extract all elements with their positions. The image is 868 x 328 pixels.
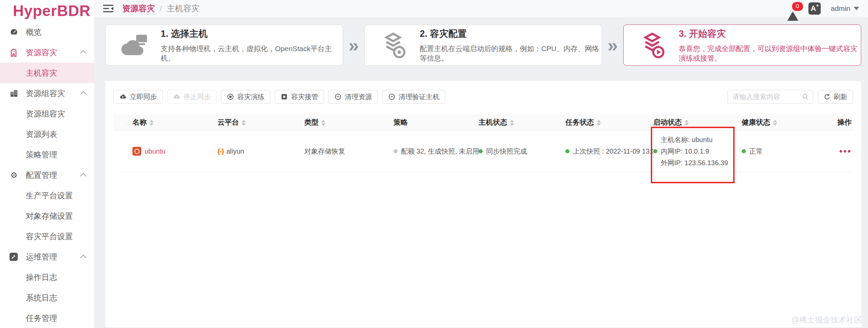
sidebar-item-task-management[interactable]: 任务管理 <box>0 308 94 328</box>
sidebar-item-label: 资源列表 <box>26 129 85 140</box>
host-dr-panel: 立即同步 停止同步 容灾演练 容灾接管 清理资源 清理验证主机 <box>105 81 861 327</box>
cloud-host-icon <box>118 33 151 57</box>
sidebar-item-label: 任务管理 <box>26 313 85 324</box>
breadcrumb-parent[interactable]: 资源容灾 <box>122 3 155 14</box>
watermark: @稀土掘金技术社区 <box>791 315 862 325</box>
buildings-icon <box>10 89 20 98</box>
sidebar-item-production-platform[interactable]: 生产平台设置 <box>0 185 94 206</box>
sidebar-item-label: 资源组容灾 <box>26 88 81 99</box>
step-arrow-icon: » <box>608 35 618 56</box>
sort-icon[interactable] <box>597 120 601 126</box>
sidebar-item-dr-platform[interactable]: 容灾平台设置 <box>0 226 94 247</box>
sidebar-item-label: 运维管理 <box>26 252 81 262</box>
building-icon <box>10 48 20 57</box>
status-dot-gray <box>393 149 398 153</box>
sidebar-item-resource-dr[interactable]: 资源容灾 <box>0 42 94 63</box>
sidebar-item-object-storage[interactable]: 对象存储设置 <box>0 206 94 226</box>
col-name[interactable]: 名称 <box>132 118 218 127</box>
sidebar-item-host-dr[interactable]: 主机容灾 <box>0 63 94 83</box>
col-label: 主机状态 <box>479 118 507 126</box>
select-all-checkbox-cell <box>113 118 132 126</box>
sync-now-button[interactable]: 立即同步 <box>113 90 163 104</box>
caret-down-icon <box>854 7 859 10</box>
wrench-icon <box>10 253 20 261</box>
stop-sync-button[interactable]: 停止同步 <box>167 90 216 104</box>
sidebar-item-label: 资源容灾 <box>26 47 81 58</box>
sidebar-item-label: 策略管理 <box>26 150 85 160</box>
toolbar: 立即同步 停止同步 容灾演练 容灾接管 清理资源 清理验证主机 <box>113 90 853 104</box>
col-label: 操作 <box>837 118 852 126</box>
sidebar-item-operation-logs[interactable]: 操作日志 <box>0 267 94 287</box>
minus-circle-icon <box>334 93 342 100</box>
host-name-link[interactable]: ubuntu <box>145 147 165 155</box>
search-icon[interactable] <box>802 93 809 100</box>
col-cloud[interactable]: 云平台 <box>218 118 304 127</box>
sidebar-item-system-logs[interactable]: 系统日志 <box>0 287 94 308</box>
button-label: 容灾演练 <box>237 92 264 101</box>
row-actions-menu[interactable]: ••• <box>839 146 852 156</box>
sort-icon[interactable] <box>321 120 325 126</box>
menu-fold-icon[interactable] <box>103 4 113 13</box>
sidebar-item-resource-list[interactable]: 资源列表 <box>0 124 94 144</box>
breadcrumb-separator: / <box>160 4 162 13</box>
clean-resources-button[interactable]: 清理资源 <box>328 90 378 104</box>
steps-row: 1. 选择主机 支持各种物理机，云主机，虚拟化，OpenStack平台主机。 »… <box>94 17 868 66</box>
sidebar-item-config-management[interactable]: 配置管理 <box>0 165 94 185</box>
translate-icon[interactable]: A <box>808 2 821 15</box>
chevron-up-icon <box>80 173 86 179</box>
step-card-select-host: 1. 选择主机 支持各种物理机，云主机，虚拟化，OpenStack平台主机。 <box>105 25 343 66</box>
ubuntu-os-icon <box>132 147 141 156</box>
sort-icon[interactable] <box>510 120 514 126</box>
step-title: 3. 开始容灾 <box>679 28 861 40</box>
cloud-sync-icon <box>119 93 127 100</box>
clean-verify-host-button[interactable]: 清理验证主机 <box>382 90 445 104</box>
sort-icon[interactable] <box>242 120 246 126</box>
user-menu[interactable]: admin <box>831 4 859 13</box>
search-input[interactable] <box>732 93 802 101</box>
status-dot-green <box>479 149 483 153</box>
breadcrumb: 资源容灾 / 主机容灾 <box>122 3 199 14</box>
step-desc: 恭喜您，完成全部配置，可以到资源组中体验一键式容灾演练或接管。 <box>679 44 861 63</box>
sidebar-item-label: 资源组容灾 <box>26 109 85 119</box>
col-task-status[interactable]: 任务状态 <box>565 118 653 127</box>
sidebar-item-label: 生产平台设置 <box>26 190 85 201</box>
button-label: 容灾接管 <box>291 92 318 101</box>
dr-drill-button[interactable]: 容灾演练 <box>221 90 270 104</box>
topbar-right: 0 A admin <box>787 2 859 15</box>
boot-private-ip-line: 内网IP: 10.0.1.9 <box>653 145 739 157</box>
col-label: 启动状态 <box>653 118 682 126</box>
cell-boot-status: 主机名称: ubuntu 内网IP: 10.0.1.9 外网IP: 123.56… <box>653 134 742 169</box>
chevron-up-icon <box>80 50 86 56</box>
step-text: 2. 容灾配置 配置主机在云端启动后的规格，例如：CPU、内存、网络等信息。 <box>420 28 602 63</box>
sidebar-item-label: 主机容灾 <box>26 68 85 78</box>
sidebar-item-resource-group-dr-sub[interactable]: 资源组容灾 <box>0 104 94 124</box>
sort-icon[interactable] <box>685 120 689 126</box>
refresh-button[interactable]: 刷新 <box>818 90 853 104</box>
col-label: 任务状态 <box>565 118 594 126</box>
notification-warning-icon[interactable]: 0 <box>787 5 798 12</box>
sidebar-item-overview[interactable]: 概览 <box>0 22 94 42</box>
step-card-dr-config: 2. 容灾配置 配置主机在云端启动后的规格，例如：CPU、内存、网络等信息。 <box>364 25 602 66</box>
sort-icon[interactable] <box>149 120 154 126</box>
col-policy[interactable]: 策略 <box>393 118 479 127</box>
sidebar-item-resource-group-dr[interactable]: 资源组容灾 <box>0 83 94 104</box>
col-host-status[interactable]: 主机状态 <box>479 118 565 127</box>
cell-name: ubuntu <box>132 147 218 156</box>
search-box <box>727 90 813 104</box>
col-type[interactable]: 类型 <box>304 118 393 127</box>
col-health-status[interactable]: 健康状态 <box>742 118 828 127</box>
sidebar-item-ops-management[interactable]: 运维管理 <box>0 247 94 267</box>
col-label: 策略 <box>393 118 408 126</box>
cell-type: 对象存储恢复 <box>304 147 393 156</box>
dr-takeover-button[interactable]: 容灾接管 <box>275 90 324 104</box>
col-label: 健康状态 <box>742 118 770 126</box>
col-boot-status[interactable]: 启动状态 <box>653 118 742 127</box>
sidebar-item-policy-management[interactable]: 策略管理 <box>0 144 94 165</box>
button-label: 停止同步 <box>183 92 211 101</box>
step-arrow-icon: » <box>349 35 359 56</box>
sidebar-item-label: 配置管理 <box>26 170 81 181</box>
cell-actions: ••• <box>828 146 853 157</box>
dashboard-icon <box>10 28 20 36</box>
step-desc: 支持各种物理机，云主机，虚拟化，OpenStack平台主机。 <box>161 44 343 63</box>
sort-icon[interactable] <box>773 120 777 126</box>
